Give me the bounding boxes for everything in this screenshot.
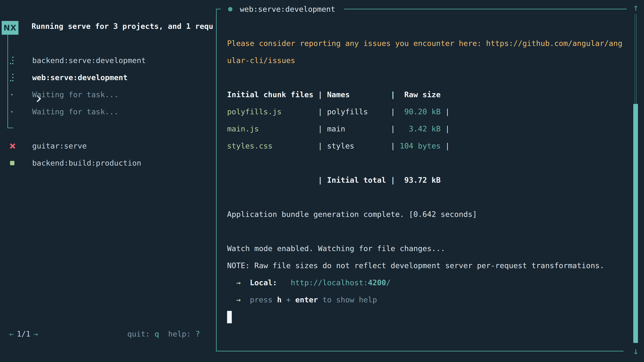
tree-connector-foot xyxy=(8,128,13,128)
chunk-file: styles.css xyxy=(227,137,318,155)
scrollbar-thumb[interactable] xyxy=(633,104,638,343)
task-row-waiting-1[interactable]: Waiting for task... xyxy=(0,86,216,103)
sidebar-header-text: Running serve for 3 projects, and 1 requ xyxy=(32,18,213,35)
bundle-complete-text: Application bundle generation complete. … xyxy=(227,206,477,223)
panel-top-border-stub xyxy=(216,9,221,9)
task-row-web-serve[interactable]: web:serve:development xyxy=(0,69,216,86)
local-url[interactable]: http://localhost:4200/ xyxy=(291,274,390,291)
help-key-enter: enter xyxy=(295,291,318,308)
header-size-col: Raw size xyxy=(400,86,440,103)
task-sidebar: NX Running serve for 3 projects, and 1 r… xyxy=(0,0,216,362)
total-label: Initial total xyxy=(327,172,390,189)
spinner-icon xyxy=(10,74,14,81)
help-hint-line: →press h + enter to show help xyxy=(227,291,377,308)
notice-line-1: Please consider reporting any issues you… xyxy=(227,35,622,52)
notice-text[interactable]: ular-cli/issues xyxy=(227,52,295,69)
chunk-size: 3.42 kB xyxy=(400,120,440,137)
help-plus: + xyxy=(282,291,295,308)
pager-label: 1/1 xyxy=(17,326,30,343)
local-label: Local: xyxy=(250,274,277,291)
chunk-name: polyfills xyxy=(327,103,390,120)
task-row-backend-build[interactable]: backend:build:production xyxy=(0,155,216,172)
chunk-size: 104 bytes xyxy=(400,137,440,155)
arrow-icon: → xyxy=(236,274,241,291)
column-separator: | xyxy=(440,120,450,137)
chunk-table-row: polyfills.js|polyfills|90.20 kB| xyxy=(227,103,450,120)
chunk-table-row: main.js|main|3.42 kB| xyxy=(227,120,450,137)
task-label: guitar:serve xyxy=(32,137,87,155)
task-label: Waiting for task... xyxy=(32,103,118,120)
total-size: 93.72 kB xyxy=(400,172,440,189)
pager-next-arrow-icon[interactable]: → xyxy=(33,326,38,343)
help-press-text: press xyxy=(250,291,277,308)
help-key: ? xyxy=(196,326,200,343)
terminal-cursor xyxy=(227,311,232,323)
column-separator: | xyxy=(440,103,450,120)
waiting-dot-icon xyxy=(11,111,12,113)
local-url-line: →Local:http://localhost:4200/ xyxy=(227,274,390,291)
panel-title: web:serve:development xyxy=(240,1,335,18)
task-label: Waiting for task... xyxy=(32,86,118,103)
help-suffix-text: to show help xyxy=(318,291,377,308)
nx-terminal-ui: NX Running serve for 3 projects, and 1 r… xyxy=(0,0,644,362)
notice-text[interactable]: Please consider reporting any issues you… xyxy=(227,35,622,52)
note-line: NOTE: Raw file sizes do not reflect deve… xyxy=(227,257,604,274)
sidebar-header: Running serve for 3 projects, and 1 requ xyxy=(32,18,213,35)
scroll-up-arrow-icon[interactable]: ↑ xyxy=(630,0,642,15)
task-label: backend:build:production xyxy=(32,155,141,172)
spinner-icon xyxy=(10,57,14,64)
quit-hint-label: quit: xyxy=(127,326,155,343)
column-separator: | xyxy=(390,172,400,189)
chunk-name: styles xyxy=(327,137,390,155)
scroll-down-arrow-icon[interactable]: ↓ xyxy=(630,344,642,359)
arrow-icon: → xyxy=(236,291,241,308)
column-separator: | xyxy=(440,137,450,155)
waiting-dot-icon xyxy=(11,94,12,95)
column-separator: | xyxy=(318,137,327,155)
column-separator: | xyxy=(390,137,400,155)
chunk-file: main.js xyxy=(227,120,318,137)
column-separator: | xyxy=(318,120,327,137)
task-row-backend-serve[interactable]: backend:serve:development xyxy=(0,52,216,69)
panel-bottom-border xyxy=(216,351,624,352)
column-separator: | xyxy=(318,86,327,103)
selected-chevron-icon xyxy=(0,74,5,81)
task-label: backend:serve:development xyxy=(32,52,146,69)
running-bullet-icon xyxy=(228,7,232,11)
column-separator: | xyxy=(390,120,400,137)
nx-logo: NX xyxy=(2,21,18,35)
column-separator: | xyxy=(390,86,400,103)
header-names-col: Names xyxy=(327,86,390,103)
chunk-table-header: Initial chunk files|Names|Raw size xyxy=(227,86,440,103)
help-key-h: h xyxy=(277,291,282,308)
pager-prev-arrow-icon[interactable]: ← xyxy=(9,326,14,343)
chunk-size: 90.20 kB xyxy=(400,103,440,120)
chunk-table-row: styles.css|styles|104 bytes| xyxy=(227,137,450,155)
chunk-name: main xyxy=(327,120,390,137)
column-separator: | xyxy=(318,172,327,189)
task-row-waiting-2[interactable]: Waiting for task... xyxy=(0,103,216,120)
help-hint-label: help: xyxy=(159,326,196,343)
initial-total-row: |Initial total|93.72 kB xyxy=(227,172,440,189)
local-url-port: 4200 xyxy=(368,278,386,287)
notice-line-2: ular-cli/issues xyxy=(227,52,295,69)
pager: ← 1/1 → xyxy=(9,326,38,343)
watch-mode-text: Watch mode enabled. Watching for file ch… xyxy=(227,240,445,257)
column-separator: | xyxy=(390,103,400,120)
header-file-col: Initial chunk files xyxy=(227,86,318,103)
note-text: NOTE: Raw file sizes do not reflect deve… xyxy=(227,257,604,274)
task-label-selected: web:serve:development xyxy=(32,69,128,86)
error-x-icon xyxy=(10,143,16,149)
column-separator: | xyxy=(318,103,327,120)
success-square-icon xyxy=(10,161,14,165)
panel-title-row: web:serve:development xyxy=(228,1,335,18)
shortcut-hints: quit: q help: ? xyxy=(127,326,200,343)
watch-mode-line: Watch mode enabled. Watching for file ch… xyxy=(227,240,445,257)
task-row-guitar-serve[interactable]: guitar:serve xyxy=(0,137,216,155)
panel-top-border xyxy=(344,9,626,9)
chunk-file: polyfills.js xyxy=(227,103,318,120)
bundle-complete-line: Application bundle generation complete. … xyxy=(227,206,477,223)
panel-left-border xyxy=(216,9,217,352)
quit-key: q xyxy=(155,326,159,343)
